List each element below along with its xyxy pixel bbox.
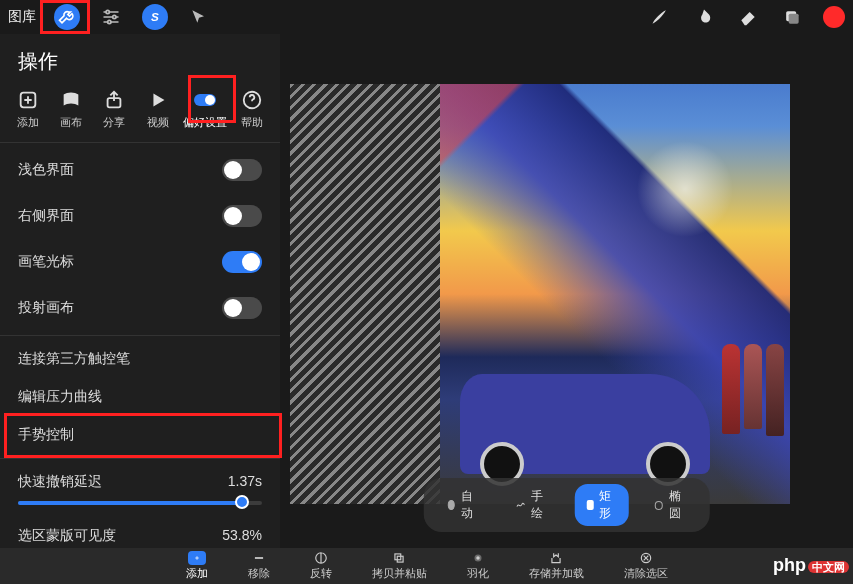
auto-dot-icon [447, 500, 455, 510]
sel-mode-label: 椭圆 [669, 488, 686, 522]
plus-square-icon [17, 89, 39, 111]
eraser-icon[interactable] [735, 4, 761, 30]
sel-mode-freehand[interactable]: 手绘 [503, 484, 560, 526]
sel-mode-label: 自动 [461, 488, 478, 522]
toggle-right-ui[interactable] [222, 205, 262, 227]
tab-label: 偏好设置 [183, 115, 227, 130]
rectangle-icon [586, 500, 593, 510]
panel-title: 操作 [0, 34, 280, 89]
slider-value: 53.8% [222, 527, 262, 545]
tab-label: 画布 [60, 115, 82, 130]
link-gesture-controls[interactable]: 手势控制 [0, 416, 280, 454]
watermark-brand: php [773, 555, 806, 575]
tab-label: 添加 [17, 115, 39, 130]
layers-icon[interactable] [779, 4, 805, 30]
wrench-icon[interactable] [54, 4, 80, 30]
tab-help[interactable]: 帮助 [234, 89, 270, 130]
svg-point-1 [113, 15, 116, 18]
selection-s-icon[interactable]: S [142, 4, 168, 30]
canvas-icon [60, 89, 82, 111]
bt-remove[interactable]: 移除 [248, 551, 270, 581]
illustration-car [460, 374, 710, 474]
slider-track[interactable] [18, 501, 262, 505]
invert-icon [312, 551, 330, 565]
canvas-area[interactable]: 自动 手绘 矩形 椭圆 [280, 34, 853, 548]
svg-point-12 [476, 556, 480, 560]
bt-label: 清除选区 [624, 566, 668, 581]
plus-icon [188, 551, 206, 565]
bt-copy-paste[interactable]: 拷贝并粘贴 [372, 551, 427, 581]
tab-canvas[interactable]: 画布 [53, 89, 89, 130]
sel-mode-label: 矩形 [599, 488, 616, 522]
play-icon [147, 89, 169, 111]
smudge-icon[interactable] [691, 4, 717, 30]
bt-label: 拷贝并粘贴 [372, 566, 427, 581]
toggle-brush-cursor[interactable] [222, 251, 262, 273]
bt-label: 添加 [186, 566, 208, 581]
sel-mode-ellipse[interactable]: 椭圆 [642, 484, 698, 526]
toggle-project-canvas[interactable] [222, 297, 262, 319]
bt-save-load[interactable]: 存储并加载 [529, 551, 584, 581]
clear-icon [637, 551, 655, 565]
link-pressure-curve[interactable]: 编辑压力曲线 [0, 378, 280, 416]
sel-mode-label: 手绘 [531, 488, 548, 522]
tab-add[interactable]: 添加 [10, 89, 46, 130]
share-icon [103, 89, 125, 111]
bt-invert[interactable]: 反转 [310, 551, 332, 581]
bt-clear[interactable]: 清除选区 [624, 551, 668, 581]
feather-icon [469, 551, 487, 565]
slider-mask-visibility: 选区蒙版可见度 53.8% [0, 517, 280, 548]
tab-label: 帮助 [241, 115, 263, 130]
row-label: 浅色界面 [18, 161, 74, 179]
pref-right-ui: 右侧界面 [0, 193, 280, 239]
artwork-image [440, 84, 790, 504]
sel-mode-auto[interactable]: 自动 [435, 484, 489, 526]
tab-video[interactable]: 视频 [140, 89, 176, 130]
brush-icon[interactable] [647, 4, 673, 30]
link-connect-stylus[interactable]: 连接第三方触控笔 [0, 340, 280, 378]
bt-label: 羽化 [467, 566, 489, 581]
pref-brush-cursor: 画笔光标 [0, 239, 280, 285]
freehand-icon [515, 499, 525, 511]
gallery-button[interactable]: 图库 [8, 8, 36, 26]
svg-rect-5 [789, 14, 799, 24]
help-icon [241, 89, 263, 111]
tab-share[interactable]: 分享 [96, 89, 132, 130]
row-label: 画笔光标 [18, 253, 74, 271]
pref-light-ui: 浅色界面 [0, 147, 280, 193]
row-label: 连接第三方触控笔 [18, 350, 130, 368]
top-toolbar: 图库 S [0, 0, 853, 34]
toggle-icon [194, 89, 216, 111]
color-swatch[interactable] [823, 6, 845, 28]
slider-undo-delay: 快速撤销延迟 1.37s [0, 463, 280, 509]
watermark-tag: 中文网 [808, 561, 849, 573]
toggle-light-ui[interactable] [222, 159, 262, 181]
illustration-figures [722, 344, 784, 436]
actions-tabs: 添加 画布 分享 视频 偏好设置 [0, 89, 280, 138]
row-label: 手势控制 [18, 426, 74, 444]
row-label: 投射画布 [18, 299, 74, 317]
bt-label: 存储并加载 [529, 566, 584, 581]
bt-label: 移除 [248, 566, 270, 581]
watermark: php中文网 [773, 555, 849, 576]
svg-point-2 [108, 20, 111, 23]
svg-point-0 [106, 10, 109, 13]
copy-paste-icon [390, 551, 408, 565]
tab-label: 视频 [147, 115, 169, 130]
adjustments-icon[interactable] [98, 4, 124, 30]
bt-feather[interactable]: 羽化 [467, 551, 489, 581]
sel-mode-rectangle[interactable]: 矩形 [574, 484, 628, 526]
row-label: 编辑压力曲线 [18, 388, 102, 406]
ellipse-icon [654, 501, 663, 510]
selection-mode-bar: 自动 手绘 矩形 椭圆 [423, 478, 710, 532]
actions-panel: 操作 添加 画布 分享 视频 [0, 34, 280, 548]
bt-add[interactable]: 添加 [186, 551, 208, 581]
bottom-toolbar: 添加 移除 反转 拷贝并粘贴 羽化 存储并加载 清除选区 [0, 548, 853, 584]
row-label: 右侧界面 [18, 207, 74, 225]
cursor-arrow-icon[interactable] [186, 4, 212, 30]
save-load-icon [547, 551, 565, 565]
tab-prefs[interactable]: 偏好设置 [183, 89, 227, 130]
tab-label: 分享 [103, 115, 125, 130]
slider-label: 快速撤销延迟 [18, 473, 102, 491]
minus-icon [250, 551, 268, 565]
